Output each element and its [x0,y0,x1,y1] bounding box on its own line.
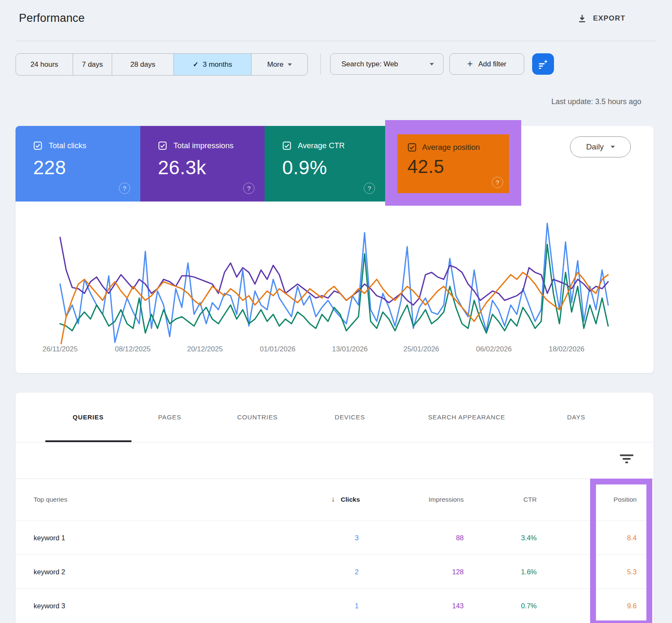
range-28-days-button[interactable]: 28 days [112,54,173,75]
filters-tune-button[interactable] [532,53,554,75]
metric-card-average-position[interactable]: Average position 42.5 ? [397,134,509,193]
checkbox-checked-icon[interactable] [282,141,291,150]
range-more-dropdown[interactable]: More [251,54,307,75]
column-header-top-queries[interactable]: Top queries [34,479,67,521]
add-filter-button[interactable]: + Add filter [449,53,524,75]
chart-x-axis: 26/11/2025 08/12/2025 20/12/2025 01/01/2… [0,345,672,355]
card-value: 26.3k [158,156,206,179]
card-value: 42.5 [407,156,444,177]
column-header-ctr[interactable]: CTR [523,479,537,521]
table-row[interactable]: keyword 1 3 88 3.4% 8.4 [16,521,654,555]
last-update-text: Last update: 3.5 hours ago [420,97,641,106]
impressions-cell: 143 [452,589,464,623]
impressions-cell: 128 [452,555,464,589]
page-title: Performance [19,12,85,25]
card-label: Total clicks [49,141,86,150]
query-cell: keyword 3 [34,589,65,623]
position-cell: 8.4 [627,521,637,555]
header-divider [16,41,656,41]
tab-queries[interactable]: QUERIES [73,393,104,442]
checkmark-icon: ✓ [193,60,198,68]
card-header: Average position [407,143,480,152]
x-axis-label: 13/01/2026 [332,345,368,353]
performance-line-chart [16,210,654,344]
help-icon[interactable]: ? [243,183,255,194]
tab-days[interactable]: DAYS [567,393,585,442]
tab-pages[interactable]: PAGES [158,393,181,442]
x-axis-label: 01/01/2026 [260,345,295,353]
position-cell: 5.3 [627,555,637,589]
card-header: Average CTR [282,141,345,150]
impressions-cell: 88 [456,521,464,555]
range-label: More [267,60,284,69]
table-filter-button[interactable] [617,451,636,466]
range-3-months-button[interactable]: ✓ 3 months [173,54,251,75]
tab-search-appearance[interactable]: SEARCH APPEARANCE [428,393,505,442]
clicks-cell: 3 [355,521,359,555]
metric-card-average-ctr[interactable]: Average CTR 0.9% ? [265,126,385,202]
help-icon[interactable]: ? [492,177,503,188]
card-label: Average position [422,143,480,152]
help-icon[interactable]: ? [119,183,130,194]
card-value: 0.9% [282,156,327,179]
tab-countries[interactable]: COUNTRIES [237,393,278,442]
toolbar-divider [320,53,321,75]
clicks-cell: 1 [355,589,359,623]
highlight-annotation-average-position: Average position 42.5 ? [385,120,521,206]
x-axis-label: 18/02/2026 [549,345,584,353]
card-header: Total impressions [158,141,234,150]
search-type-dropdown[interactable]: Search type: Web [330,53,444,75]
checkbox-checked-icon[interactable] [158,141,167,150]
granularity-label: Daily [586,142,604,152]
card-label: Total impressions [173,141,234,150]
x-axis-label: 20/12/2025 [187,345,223,353]
help-icon[interactable]: ? [364,183,375,194]
metric-card-total-impressions[interactable]: Total impressions 26.3k ? [140,126,265,202]
table-row[interactable]: keyword 2 2 128 1.6% 5.3 [16,555,654,589]
card-label: Average CTR [298,141,345,150]
chevron-down-icon [430,63,434,65]
filter-list-icon [620,453,634,464]
clicks-cell: 2 [355,555,359,589]
position-cell: 9.6 [627,589,637,623]
table-panel: QUERIES PAGES COUNTRIES DEVICES SEARCH A… [16,393,654,623]
range-label: 3 months [203,60,232,69]
ctr-cell: 1.6% [521,555,537,589]
column-header-impressions[interactable]: Impressions [428,479,464,521]
chevron-down-icon [611,146,615,148]
range-label: 28 days [130,60,155,69]
ctr-cell: 3.4% [521,521,537,555]
export-button[interactable]: EXPORT [575,11,628,26]
query-cell: keyword 2 [34,555,65,589]
range-label: 24 hours [30,60,58,69]
granularity-dropdown[interactable]: Daily [570,136,631,157]
plus-icon: + [467,59,472,69]
x-axis-label: 06/02/2026 [476,345,512,353]
tab-devices[interactable]: DEVICES [335,393,365,442]
checkbox-checked-icon[interactable] [33,141,42,150]
ctr-cell: 0.7% [521,589,537,623]
table-header-row: Top queries ↓Clicks Impressions CTR Posi… [16,479,654,521]
add-filter-label: Add filter [478,60,507,68]
card-header: Total clicks [33,141,86,150]
divider [16,442,654,442]
column-header-position[interactable]: Position [614,479,637,521]
checkbox-checked-icon[interactable] [407,143,417,152]
column-header-clicks[interactable]: ↓Clicks [331,479,360,521]
search-type-label: Search type: Web [341,60,398,68]
x-axis-label: 25/01/2026 [403,345,439,353]
download-icon [577,13,587,24]
date-range-segmented-control: 24 hours 7 days 28 days ✓ 3 months More [16,53,308,76]
query-cell: keyword 1 [34,521,65,555]
tune-sparkle-icon [537,58,549,70]
chevron-down-icon [288,63,292,66]
table-row[interactable]: keyword 3 1 143 0.7% 9.6 [16,589,654,623]
metric-card-total-clicks[interactable]: Total clicks 228 ? [16,126,140,202]
chart-line-total-clicks [60,223,608,343]
range-24-hours-button[interactable]: 24 hours [16,54,73,75]
range-label: 7 days [82,60,103,69]
range-7-days-button[interactable]: 7 days [73,54,112,75]
x-axis-label: 26/11/2025 [42,345,78,353]
column-label: Clicks [341,496,360,503]
sort-desc-icon: ↓ [331,495,335,503]
